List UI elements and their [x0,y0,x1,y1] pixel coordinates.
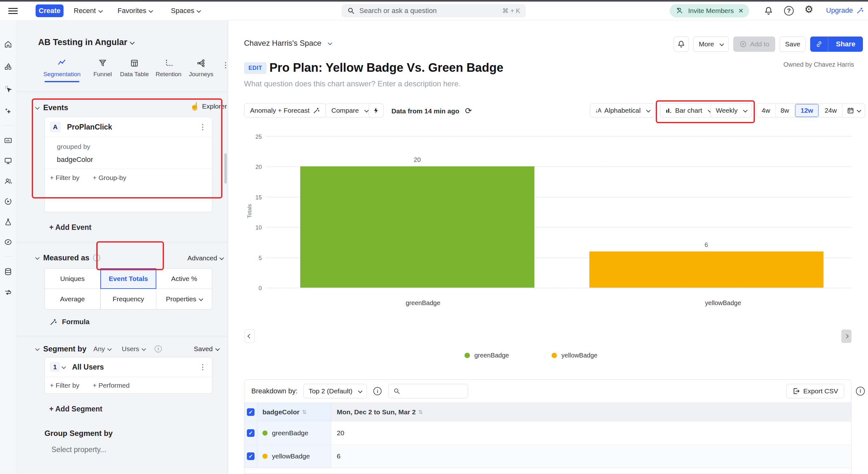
range-24w[interactable]: 24w [819,104,842,117]
hamburger-menu-icon[interactable] [8,7,18,15]
select-property-field[interactable]: Select property... [52,445,106,454]
bar-yellowbadge[interactable] [589,251,824,287]
upgrade-link[interactable]: Upgrade [826,6,864,14]
tab-journeys[interactable]: Journeys [185,59,217,78]
range-8w[interactable]: 8w [776,104,794,117]
table-row[interactable]: ✓ greenBadge 20 [244,421,851,444]
rail-dashboards[interactable] [0,131,16,149]
info-icon[interactable]: i [856,387,865,396]
rail-discover[interactable] [0,233,16,251]
more-button[interactable]: More [693,36,729,52]
description-placeholder[interactable]: What question does this chart answer? En… [244,79,461,88]
chevron-down-icon[interactable] [62,365,66,369]
add-event-button[interactable]: + Add Event [49,223,92,232]
segment-row[interactable]: 1 All Users ⋮ [45,358,212,377]
add-segment-button[interactable]: + Add Segment [49,405,102,413]
tab-segmentation[interactable]: Segmentation [41,58,83,82]
segment-performed-button[interactable]: + Performed [93,382,130,389]
search-input[interactable]: Search or ask a question ⌘ + K [342,4,526,18]
help-icon[interactable]: ? [784,6,794,15]
measured-active-pct[interactable]: Active % [156,268,212,289]
chart-type-selector[interactable]: AB Testing in Angular [38,37,134,47]
sort-icon[interactable]: ⇅ [418,409,423,415]
event-group-by-button[interactable]: + Group-by [93,174,126,181]
share-button[interactable]: Share [828,40,863,48]
breakdown-search-input[interactable] [389,384,468,399]
panel-scrollbar[interactable] [224,154,227,183]
column-header-badgecolor[interactable]: badgeColor [262,408,300,416]
rail-journeys-flow[interactable] [0,283,16,301]
rail-actions[interactable] [0,80,16,98]
tab-funnel[interactable]: Funnel [88,59,117,78]
table-row[interactable]: ✓ yellowBadge 6 [244,444,851,468]
space-selector[interactable]: Chavez Harris's Space [244,39,331,47]
rail-home[interactable] [0,35,16,53]
legend-item-yellowbadge[interactable]: yellowBadge [552,352,597,359]
event-more-icon[interactable]: ⋮ [199,123,207,131]
measured-as-header[interactable]: Measured as i [36,253,100,262]
tab-retention[interactable]: Retention [152,59,185,78]
settings-gear-icon[interactable]: ⚙ [804,4,813,14]
row-checkbox[interactable]: ✓ [247,452,254,460]
segment-by-header[interactable]: Segment by Any Users i [36,344,162,353]
save-button[interactable]: Save [780,36,806,52]
sort-icon[interactable]: ⇅ [302,409,307,415]
export-csv-button[interactable]: Export CSV [786,384,844,399]
sort-dropdown[interactable]: ↓A Alphabetical [590,103,655,117]
bar-greenbadge[interactable] [300,166,534,287]
notifications-bell-icon[interactable] [764,6,773,15]
event-filter-by-button[interactable]: + Filter by [50,174,80,181]
interval-dropdown[interactable]: Weekly [710,103,752,117]
breakdown-top-select[interactable]: Top 2 (Default) [303,384,367,399]
row-checkbox[interactable]: ✓ [247,429,254,437]
chart-notifications-button[interactable] [674,36,689,52]
measured-event-totals[interactable]: Event Totals [100,268,156,289]
menu-favorites[interactable]: Favorites [118,7,152,15]
select-all-checkbox[interactable]: ✓ [247,408,254,416]
segment-any-dropdown[interactable]: Any [93,345,111,353]
rail-displays[interactable] [0,152,16,170]
compare-button[interactable]: Compare [326,103,374,117]
formula-button[interactable]: Formula [49,318,90,326]
segment-more-icon[interactable]: ⋮ [199,363,207,371]
menu-recent[interactable]: Recent [74,7,102,15]
rail-experiments[interactable] [0,213,16,231]
add-to-button[interactable]: Add to [733,36,775,52]
invite-members-pill[interactable]: Invite Members ✕ [670,4,749,18]
rail-objects[interactable] [0,58,16,75]
menu-spaces[interactable]: Spaces [171,7,200,15]
chart-next-page-button[interactable] [841,330,851,343]
legend-item-greenbadge[interactable]: greenBadge [465,352,509,359]
rail-data[interactable] [0,263,16,280]
measured-average[interactable]: Average [44,289,100,309]
tab-data-table[interactable]: Data Table [117,59,152,78]
event-row[interactable]: A ProPlanClick ⋮ [45,117,212,137]
grouped-by-property[interactable]: badgeColor [57,156,212,164]
close-icon[interactable]: ✕ [738,7,744,14]
copy-link-button[interactable] [810,36,828,52]
saved-dropdown[interactable]: Saved [194,345,219,353]
page-title[interactable]: Pro Plan: Yellow Badge Vs. Green Badge [270,61,503,75]
anomaly-forecast-button[interactable]: Anomaly + Forecast [244,103,326,117]
measured-properties[interactable]: Properties [156,289,212,309]
rail-ai[interactable] [0,102,16,120]
measured-uniques[interactable]: Uniques [44,268,100,289]
advanced-dropdown[interactable]: Advanced [187,254,223,262]
create-button[interactable]: Create [36,4,64,17]
refresh-icon[interactable]: ⟳ [465,106,472,116]
segment-filter-by-button[interactable]: + Filter by [50,382,80,389]
chart-prev-page-button[interactable] [245,330,255,343]
rail-users[interactable] [0,172,16,190]
segment-users-dropdown[interactable]: Users [122,345,145,353]
column-header-daterange[interactable]: Mon, Dec 2 to Sun, Mar 2 [337,408,416,416]
explorer-button[interactable]: ☝ Explorer [190,102,227,111]
more-tabs-icon[interactable]: ⋮ [222,61,230,70]
chart-type-dropdown[interactable]: Bar chart [660,103,717,117]
live-data-button[interactable] [369,103,384,117]
range-12w-selected[interactable]: 12w [795,104,819,117]
events-section-header[interactable]: Events [36,103,68,112]
measured-frequency[interactable]: Frequency [100,289,156,309]
rail-session-replay[interactable] [0,192,16,210]
calendar-dropdown[interactable] [842,107,865,114]
range-4w[interactable]: 4w [756,104,776,117]
